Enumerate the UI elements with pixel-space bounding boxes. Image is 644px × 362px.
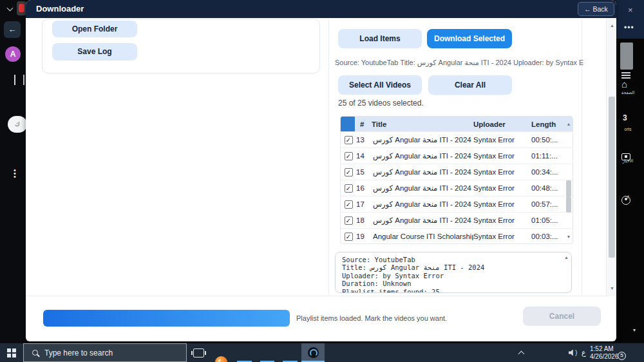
log-output[interactable]: Source: YoutubeTab Title: كورس Angular م…	[335, 252, 572, 293]
table-row[interactable]: 14 كورس Angular منحة ITI - 2024 - #14 Sy…	[341, 148, 573, 164]
footer-divider	[26, 296, 606, 296]
panel-divider	[328, 19, 329, 295]
table-scrollbar-thumb[interactable]	[566, 180, 571, 196]
source-summary: Source: YoutubeTab Title: كورس Angular م…	[335, 59, 583, 67]
tray-date: 4/26/2026	[590, 353, 619, 361]
log-scroll-up[interactable]: ▲	[564, 255, 569, 260]
sliders-icon[interactable]	[14, 75, 24, 85]
table-row[interactable]: 16 كورس Angular منحة ITI - 2024 - #16 Sy…	[341, 180, 573, 196]
video-table: # Title Uploader Length ▲ 13 كورس Angula…	[340, 116, 573, 244]
table-scrollbar-thumb[interactable]	[566, 196, 571, 213]
table-header: # Title Uploader Length ▲	[341, 117, 573, 131]
select-all-button[interactable]: Select All Videos	[338, 75, 422, 95]
checkbox-checked-icon[interactable]	[345, 216, 353, 225]
back-arrow-icon[interactable]: ←	[4, 21, 21, 38]
taskbar: Type here to search ) ع 1:52 AM 4/26/202…	[0, 343, 644, 362]
clear-all-button[interactable]: Clear All	[428, 75, 512, 95]
background-app-left: ← A ك •••	[0, 0, 26, 343]
nav-label: orts	[615, 127, 641, 131]
nav-label: d	[615, 195, 641, 199]
home-icon[interactable]: ⌂	[621, 79, 627, 90]
table-row[interactable]: 17 كورس Angular منحة ITI - 2024 - #17 Sy…	[341, 196, 573, 212]
table-row[interactable]: 13 كورس Angular منحة ITI - 2024 - #13 Sy…	[341, 131, 573, 148]
ellipsis-icon[interactable]: •••	[624, 23, 634, 32]
selection-status: 25 of 25 videos selected.	[338, 99, 424, 108]
actions-card: Open Folder Save Log	[42, 19, 320, 73]
avatar[interactable]: A	[5, 46, 21, 62]
col-title: Title	[372, 120, 473, 128]
main-scrollbar-thumb[interactable]	[609, 97, 615, 258]
checkbox-checked-icon[interactable]	[345, 168, 353, 176]
scroll-down-arrow[interactable]: ▼	[610, 286, 614, 291]
titlebar: Downloader ← Back	[26, 0, 616, 18]
nav-label: الصفحة	[615, 90, 641, 95]
checkbox-checked-icon[interactable]	[345, 136, 353, 144]
browser-icon[interactable]	[215, 356, 227, 362]
checkbox-checked-icon[interactable]	[345, 184, 353, 193]
col-length: Length	[531, 120, 565, 128]
window-title: Downloader	[36, 4, 84, 14]
scroll-up-arrow[interactable]: ▲	[610, 23, 614, 28]
download-selected-button[interactable]: Download Selected	[427, 29, 512, 48]
pill-button[interactable]: ك	[8, 116, 27, 133]
checkbox-checked-icon[interactable]	[345, 200, 353, 209]
menu-icon[interactable]	[621, 72, 630, 79]
chevron-down-icon[interactable]: ▾	[633, 327, 636, 333]
select-column-header[interactable]	[341, 117, 355, 131]
recorder-app-icon[interactable]	[17, 1, 26, 15]
table-scroll-up[interactable]: ▲	[565, 122, 573, 126]
nav-label: الأخبار	[615, 158, 641, 164]
checkbox-checked-icon[interactable]	[345, 233, 353, 241]
save-log-button[interactable]: Save Log	[52, 43, 137, 61]
open-folder-button[interactable]: Open Folder	[52, 21, 137, 37]
downloader-window: Downloader ← Back Open Folder Save Log L…	[26, 0, 616, 341]
tray-time: 1:52 AM	[590, 345, 619, 353]
background-app-right: × ••• ⌂ الصفحة 3 orts الأخبار d ▾	[615, 0, 644, 343]
task-view-button[interactable]	[193, 348, 204, 357]
search-icon	[32, 350, 38, 356]
tray-expand-icon[interactable]	[518, 351, 525, 357]
col-num: #	[355, 120, 372, 128]
table-scroll-down[interactable]: ▼	[565, 234, 573, 239]
table-row[interactable]: 18 كورس Angular منحة ITI - 2024 - #18 Sy…	[341, 212, 573, 228]
col-uploader: Uploader	[473, 120, 531, 128]
search-placeholder: Type here to search	[44, 348, 113, 357]
main-scrollbar[interactable]: ▲ ▼	[606, 18, 616, 296]
close-icon[interactable]: ×	[628, 5, 633, 15]
sports-icon[interactable]: 3	[623, 113, 627, 122]
load-items-button[interactable]: Load Items	[338, 29, 422, 48]
downloader-app-icon	[308, 347, 319, 358]
checkbox-checked-icon[interactable]	[345, 152, 353, 160]
table-row[interactable]: 15 كورس Angular منحة ITI - 2024 - #15 Sy…	[341, 164, 573, 180]
chevron-down-icon[interactable]	[7, 5, 14, 12]
start-button[interactable]	[7, 348, 16, 357]
downloader-app-tile[interactable]	[301, 343, 325, 362]
language-indicator[interactable]: ع	[582, 348, 586, 357]
progress-bar	[43, 310, 290, 327]
cancel-button[interactable]: Cancel	[523, 307, 601, 326]
table-row[interactable]: 19 Angular Course ITI Scholarship - 2...…	[341, 228, 573, 244]
clock[interactable]: 1:52 AM 4/26/2026	[590, 345, 619, 361]
volume-icon[interactable]: )	[569, 349, 577, 356]
more-vertical-icon[interactable]: •••	[14, 169, 16, 178]
status-text: Playlist items loaded. Mark the videos y…	[296, 310, 515, 327]
search-input[interactable]: Type here to search	[23, 343, 187, 362]
scrollbar-thumb[interactable]	[620, 43, 633, 70]
back-button[interactable]: ← Back	[578, 2, 614, 16]
notification-badge: 5	[618, 352, 626, 360]
